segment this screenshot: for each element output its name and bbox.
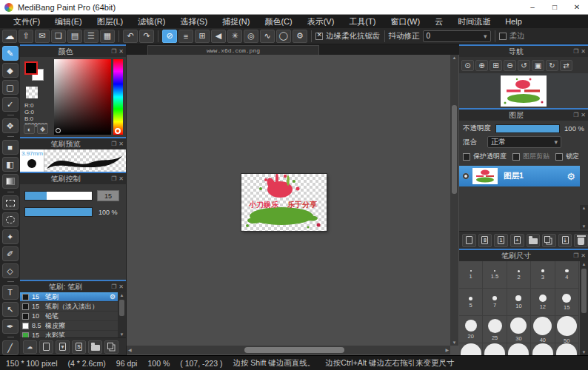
lock-checkbox[interactable] <box>555 153 563 161</box>
merge-layer-button[interactable]: ⇣ <box>558 234 572 247</box>
new-8bit-layer-button[interactable]: 8 <box>478 234 492 247</box>
popout-icon[interactable]: ❐ <box>111 141 116 147</box>
popout-icon[interactable]: ❐ <box>573 112 578 118</box>
brush-size-cell[interactable]: 20 <box>459 316 483 343</box>
delete-layer-button[interactable] <box>574 234 588 247</box>
layer-settings-icon[interactable]: ⚙ <box>567 171 580 182</box>
concentric-snap-button[interactable]: ◎ <box>244 30 258 43</box>
grid-snap-button[interactable]: ⊞ <box>195 30 210 43</box>
gradient-tool[interactable] <box>2 174 19 189</box>
dot-tool[interactable]: ▢ <box>2 80 19 95</box>
vanishing-point-snap-button[interactable]: ◀ <box>211 30 226 43</box>
brush-size-cell[interactable]: 1.5 <box>483 261 507 289</box>
bucket-tool[interactable]: ◧ <box>2 157 19 172</box>
soft-edge-option[interactable]: 柔边 <box>499 31 525 41</box>
layer-visibility-dot[interactable] <box>463 173 469 179</box>
canvas-vertical-scrollbar[interactable]: ▲▼ <box>450 55 458 346</box>
popout-icon[interactable]: ❐ <box>111 175 116 182</box>
publish-button[interactable]: ⇧ <box>19 30 33 43</box>
menu-item[interactable]: 选择(S) <box>173 15 215 28</box>
split-view-button[interactable]: ▦ <box>100 30 115 43</box>
close-icon[interactable]: ✕ <box>118 141 124 147</box>
duplicate-brush-button[interactable] <box>104 340 118 354</box>
parallel-snap-button[interactable]: ≡ <box>178 30 193 43</box>
operation-tool[interactable]: ↖ <box>2 302 19 317</box>
brush-list-item[interactable]: 15 笔刷（淡入淡出） <box>20 302 118 312</box>
menu-item[interactable]: 云 <box>427 15 450 28</box>
page-list-button[interactable]: ▤ <box>67 30 82 43</box>
blend-mode-select[interactable]: 正常 <box>487 136 561 148</box>
brush-size-cell[interactable]: 2 <box>507 261 531 289</box>
brush-size-cell[interactable]: 15 <box>555 289 579 316</box>
clipping-checkbox[interactable] <box>512 153 520 161</box>
brush-size-cell[interactable]: 5 <box>459 289 483 316</box>
close-icon[interactable]: ✕ <box>581 252 586 259</box>
layer-list-scrollbar[interactable]: ▲▼ <box>580 205 588 229</box>
layer-opacity-slider[interactable] <box>495 124 560 133</box>
transparent-color-swatch[interactable] <box>26 87 38 98</box>
zoom-in-button[interactable]: ⊕ <box>475 60 488 71</box>
snap-off-button[interactable]: ⊘ <box>162 30 177 43</box>
rotate-right-button[interactable]: ↻ <box>546 60 558 71</box>
menu-item[interactable]: Help <box>498 15 529 28</box>
menu-item[interactable]: 窗口(W) <box>383 15 427 28</box>
material-panel-button[interactable]: ☰ <box>84 30 98 43</box>
redo-button[interactable]: ↷ <box>139 30 154 43</box>
stabilizer-select[interactable]: 0 <box>423 30 491 42</box>
close-button[interactable]: ✕ <box>566 0 588 14</box>
comment-button[interactable]: ✉ <box>35 30 50 43</box>
lock-option[interactable]: 锁定 <box>555 152 579 161</box>
ellipse-snap-button[interactable]: ◯ <box>276 30 291 43</box>
brush-size-cell[interactable]: 50 <box>555 316 579 343</box>
popout-icon[interactable]: ❐ <box>573 48 578 55</box>
eyedropper-tool[interactable]: ╱ <box>2 340 19 355</box>
popout-icon[interactable]: ❐ <box>111 48 116 55</box>
add-brush-button[interactable] <box>39 340 53 354</box>
close-icon[interactable]: ✕ <box>581 112 586 118</box>
antialias-checkbox[interactable] <box>315 33 323 40</box>
eraser-tool[interactable]: ◆ <box>2 63 19 78</box>
close-icon[interactable]: ✕ <box>581 48 586 55</box>
fit-screen-button[interactable]: ⊞ <box>490 60 502 71</box>
flip-view-button[interactable]: ⇄ <box>560 60 572 71</box>
new-1bit-layer-button[interactable]: 1 <box>494 234 508 247</box>
polyline-tool[interactable]: ✓ <box>2 97 19 112</box>
protect-alpha-checkbox[interactable] <box>463 153 470 161</box>
brush-list-scrollbar[interactable]: ▲▼ <box>118 292 126 337</box>
select-eraser-tool[interactable]: ◇ <box>2 263 19 278</box>
add-layer-menu-button[interactable]: + <box>510 234 524 247</box>
brush-size-cell[interactable]: 30 <box>507 316 531 343</box>
brush-sizes-scrollbar[interactable]: ▲▼ <box>580 261 588 355</box>
brush-size-cell[interactable]: 1 <box>459 261 483 289</box>
minimize-button[interactable]: – <box>521 0 544 14</box>
zoom-actual-button[interactable]: ⊙ <box>461 60 474 71</box>
text-tool[interactable]: T <box>2 285 19 300</box>
brush-size-cell[interactable] <box>459 343 483 355</box>
close-icon[interactable]: ✕ <box>118 48 124 55</box>
comment-list-button[interactable]: ❏ <box>51 30 66 43</box>
brush-size-cell[interactable]: 4 <box>555 261 579 289</box>
fill-rect-tool[interactable]: ■ <box>2 140 19 155</box>
menu-item[interactable]: 捕捉(N) <box>215 15 257 28</box>
menu-item[interactable]: 图层(L) <box>90 15 130 28</box>
brush-tool[interactable]: ✎ <box>2 46 19 61</box>
brush-folder-button[interactable] <box>88 340 102 354</box>
undo-button[interactable]: ↶ <box>123 30 138 43</box>
brush-list-item[interactable]: 15 笔刷 ⚙ <box>20 292 118 302</box>
close-icon[interactable]: ✕ <box>118 175 124 182</box>
color-wheel-button[interactable]: ◐ <box>24 124 35 134</box>
saturation-value-picker[interactable] <box>54 59 111 135</box>
canvas-area[interactable]: www.x6d.com.png 小刀娱乐 乐于分享 ▲▼ <box>126 44 459 355</box>
hue-slider[interactable] <box>113 59 123 135</box>
brush-size-cell[interactable]: 40 <box>531 316 555 343</box>
menu-item[interactable]: 表示(V) <box>300 15 342 28</box>
brush-opacity-slider[interactable] <box>24 207 93 217</box>
brush-size-cell[interactable]: 12 <box>531 289 555 316</box>
brush-size-cell[interactable]: 7 <box>483 289 507 316</box>
duplicate-layer-button[interactable] <box>542 234 556 247</box>
soft-edge-checkbox[interactable] <box>499 33 507 40</box>
protect-alpha-option[interactable]: 保护透明度 <box>463 152 507 161</box>
antialias-option[interactable]: 边缘柔化抗锯齿 <box>315 31 381 41</box>
script-brush-button[interactable]: S <box>72 340 86 354</box>
menu-item[interactable]: 编辑(E) <box>47 15 90 28</box>
